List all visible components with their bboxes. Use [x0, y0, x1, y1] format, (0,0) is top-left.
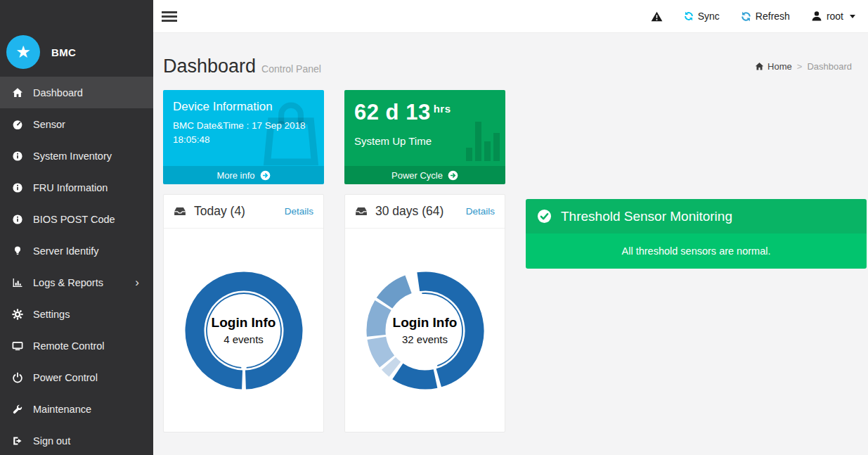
chevron-right-icon: ›	[135, 276, 139, 290]
sidebar-item-label: Sign out	[33, 435, 70, 447]
home-icon	[12, 87, 23, 98]
refresh-label: Refresh	[756, 11, 790, 22]
login-info-donut-today: Login Info 4 events	[184, 271, 304, 390]
sidebar-item-sensor[interactable]: Sensor	[0, 108, 153, 140]
info-icon	[12, 150, 23, 162]
uptime-unit: hrs	[434, 103, 451, 115]
bmc-time-value: 18:05:48	[173, 134, 314, 145]
uptime-label: System Up Time	[354, 135, 495, 147]
device-information-card: Device Information BMC Date&Time : 17 Se…	[163, 90, 324, 184]
donut-center-label: Login Info 32 events	[365, 271, 485, 390]
power-icon	[12, 372, 23, 383]
home-icon	[755, 62, 764, 71]
stats-row: Today (4) Details Login Info 4 events	[163, 194, 867, 432]
inbox-tray-icon	[174, 206, 186, 217]
monitor-icon	[12, 340, 23, 352]
refresh-icon	[741, 11, 751, 22]
threshold-sensor-banner: Threshold Sensor Monitoring All threshol…	[526, 199, 867, 269]
sidebar-item-label: BIOS POST Code	[33, 214, 115, 225]
sidebar-item-server-identify[interactable]: Server Identify	[0, 235, 153, 267]
today-card-header: Today (4) Details	[164, 195, 323, 229]
page-subtitle: Control Panel	[261, 63, 321, 75]
topbar: Sync Refresh root	[153, 0, 868, 33]
month-card-body: Login Info 32 events	[345, 229, 505, 432]
sidebar-item-system-inventory[interactable]: System Inventory	[0, 140, 153, 172]
today-card-body: Login Info 4 events	[164, 229, 323, 432]
power-cycle-button[interactable]: Power Cycle	[344, 166, 505, 184]
sidebar-item-label: Server Identify	[33, 245, 99, 257]
more-info-button[interactable]: More info	[163, 166, 324, 184]
info-icon	[12, 214, 23, 225]
refresh-button[interactable]: Refresh	[741, 11, 790, 22]
sidebar-item-power-control[interactable]: Power Control	[0, 361, 153, 393]
topbar-right: Sync Refresh root	[651, 11, 855, 22]
brand-logo-circle: ★	[6, 35, 40, 69]
sync-button[interactable]: Sync	[684, 11, 720, 22]
threshold-banner-title: Threshold Sensor Monitoring	[561, 209, 732, 224]
sync-icon	[684, 11, 694, 21]
sidebar-item-label: System Inventory	[33, 150, 112, 162]
system-uptime-card: 62 d 13hrs System Up Time Power Cycle	[344, 90, 505, 184]
bulb-icon	[12, 245, 23, 257]
sidebar-item-bios-post-code[interactable]: BIOS POST Code	[0, 203, 153, 235]
star-icon: ★	[15, 44, 31, 60]
sync-label: Sync	[698, 11, 720, 22]
gauge-icon	[12, 119, 23, 130]
page-head: DashboardControl Panel Home > Dashboard	[163, 56, 867, 77]
info-icon	[12, 182, 23, 193]
sidebar-item-sign-out[interactable]: Sign out	[0, 425, 153, 455]
chevron-down-icon	[850, 15, 855, 18]
bmc-app: ★ BMC DashboardSensorSystem InventoryFRU…	[0, 0, 868, 455]
wrench-icon	[12, 404, 23, 415]
brand-logo: ★ BMC	[0, 0, 153, 77]
bar-chart-icon	[12, 277, 23, 288]
login-info-donut-30days: Login Info 32 events	[365, 271, 485, 390]
sidebar-item-label: Remote Control	[33, 340, 105, 352]
device-card-title: Device Information	[173, 100, 314, 114]
arrow-circle-right-icon	[448, 170, 458, 181]
sidebar-nav: DashboardSensorSystem InventoryFRU Infor…	[0, 77, 153, 455]
sidebar-item-label: Maintenance	[33, 404, 91, 415]
today-card-title: Today (4)	[194, 204, 245, 219]
warning-icon[interactable]	[651, 11, 663, 22]
user-icon	[811, 11, 822, 22]
sidebar-item-label: Logs & Reports	[33, 277, 103, 288]
threshold-banner-message: All threshold sensors are normal.	[526, 233, 867, 269]
hamburger-menu-icon[interactable]	[162, 9, 177, 24]
gear-icon	[12, 309, 23, 320]
uptime-value: 62 d 13hrs	[354, 100, 495, 125]
sidebar-item-maintenance[interactable]: Maintenance	[0, 393, 153, 425]
sidebar-item-label: Dashboard	[33, 87, 83, 98]
user-name: root	[827, 11, 843, 22]
month-card-title: 30 days (64)	[375, 204, 443, 219]
sidebar-item-settings[interactable]: Settings	[0, 298, 153, 330]
breadcrumb-home-link[interactable]: Home	[755, 61, 792, 72]
sidebar-item-dashboard[interactable]: Dashboard	[0, 77, 153, 108]
sidebar-item-logs-reports[interactable]: Logs & Reports›	[0, 267, 153, 298]
sidebar-item-fru-information[interactable]: FRU Information	[0, 172, 153, 203]
user-menu[interactable]: root	[811, 11, 855, 22]
breadcrumb-current: Dashboard	[807, 61, 852, 72]
donut-center-label: Login Info 4 events	[184, 271, 304, 390]
content: DashboardControl Panel Home > Dashboard	[153, 33, 868, 455]
sidebar-item-remote-control[interactable]: Remote Control	[0, 330, 153, 361]
sidebar: ★ BMC DashboardSensorSystem InventoryFRU…	[0, 0, 153, 455]
month-events-card: 30 days (64) Details Login Info 32 event…	[344, 194, 505, 432]
breadcrumb: Home > Dashboard	[755, 61, 852, 72]
brand-name: BMC	[51, 46, 76, 58]
month-card-header: 30 days (64) Details	[345, 195, 505, 229]
month-details-link[interactable]: Details	[466, 206, 495, 217]
today-details-link[interactable]: Details	[285, 206, 313, 217]
bmc-date-time: BMC Date&Time : 17 Sep 2018	[173, 120, 314, 131]
threshold-banner-header: Threshold Sensor Monitoring	[526, 199, 867, 233]
sidebar-item-label: Settings	[33, 309, 70, 320]
sidebar-item-label: Power Control	[33, 372, 98, 383]
info-cards-row: Device Information BMC Date&Time : 17 Se…	[163, 90, 867, 184]
main-column: Sync Refresh root	[153, 0, 868, 455]
inbox-tray-icon	[355, 206, 368, 217]
signout-icon	[12, 435, 23, 447]
breadcrumb-separator: >	[797, 61, 803, 72]
arrow-circle-right-icon	[260, 170, 271, 181]
check-circle-icon	[537, 209, 552, 224]
sidebar-item-label: Sensor	[33, 119, 65, 130]
